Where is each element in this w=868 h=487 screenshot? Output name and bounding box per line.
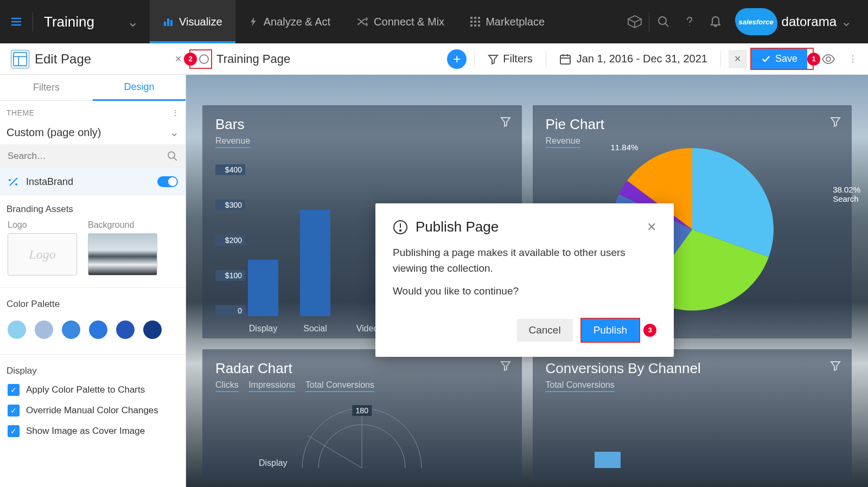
widget-measure: Revenue (546, 136, 580, 148)
date-range-text: Jan 1, 2016 - Dec 31, 2021 (577, 53, 707, 65)
svg-point-15 (659, 17, 666, 24)
calendar-icon (559, 53, 571, 65)
divider (720, 51, 721, 67)
more-icon[interactable]: ⋮ (171, 108, 180, 117)
cancel-button[interactable]: Cancel (517, 319, 573, 342)
funnel-icon (488, 54, 499, 65)
tab-design[interactable]: Design (93, 75, 186, 101)
close-icon[interactable]: ✕ (647, 220, 656, 234)
divider (0, 287, 186, 288)
modal-title: Publish Page (416, 219, 499, 235)
tab-label: Marketplace (486, 16, 545, 28)
search-icon[interactable] (652, 10, 675, 34)
widget-title: Conversions By Channel (546, 360, 839, 377)
background-thumbnail[interactable] (88, 233, 157, 275)
bar-social (300, 210, 330, 316)
theme-search[interactable] (0, 144, 186, 168)
workspace-name: Training (44, 14, 94, 30)
widget-filter-icon[interactable] (830, 116, 841, 127)
widget-filter-icon[interactable] (830, 360, 841, 371)
branding-assets: Logo Logo Background (0, 218, 186, 285)
svg-point-33 (400, 229, 401, 230)
tab-label: Visualize (179, 16, 222, 28)
more-icon[interactable]: ⋮ (843, 54, 863, 64)
page-status-indicator[interactable]: 2 (189, 49, 212, 69)
filters-button[interactable]: Filters (482, 53, 538, 65)
conversions-chart (546, 403, 839, 468)
check-override-colors[interactable]: ✓ Override Manual Color Changes (0, 400, 186, 421)
color-swatch[interactable] (35, 321, 53, 339)
filters-label: Filters (503, 53, 532, 65)
bell-icon[interactable] (704, 10, 727, 34)
shuffle-icon (356, 17, 368, 27)
grid-icon (470, 17, 480, 27)
tab-connect[interactable]: Connect & Mix (343, 0, 457, 43)
color-swatch[interactable] (143, 321, 162, 339)
widget-title: Radar Chart (215, 360, 509, 377)
preview-button[interactable] (817, 54, 840, 65)
modal-header: Publish Page ✕ (393, 219, 656, 235)
tab-label: Connect & Mix (374, 16, 444, 28)
modal-actions: Cancel Publish 3 (393, 318, 656, 343)
workspace-selector[interactable]: Training ⌄ (33, 14, 150, 30)
check-label: Override Manual Color Changes (26, 405, 158, 416)
check-apply-palette[interactable]: ✓ Apply Color Palette to Charts (0, 380, 186, 400)
svg-line-26 (174, 158, 177, 161)
tab-analyze[interactable]: Analyze & Act (235, 0, 343, 43)
y-tick: $300 (215, 200, 245, 210)
svg-rect-10 (474, 21, 476, 23)
widget-filter-icon[interactable] (500, 360, 511, 371)
radar-axis-label: Display (259, 458, 287, 468)
sparkle-icon (8, 176, 20, 188)
date-range[interactable]: Jan 1, 2016 - Dec 31, 2021 (554, 53, 713, 65)
theme-header: THEME ⋮ (0, 101, 186, 120)
divider (474, 51, 475, 67)
tab-marketplace[interactable]: Marketplace (457, 0, 558, 43)
brand-name: datorama (782, 14, 837, 29)
add-button[interactable]: + (447, 49, 467, 69)
help-icon[interactable] (678, 10, 701, 34)
instabrand-toggle[interactable] (157, 176, 178, 187)
color-swatch[interactable] (62, 321, 80, 339)
tab-label: Analyze & Act (264, 16, 330, 28)
modal-body: Publishing a page makes it available to … (393, 245, 656, 299)
widget-radar[interactable]: Radar Chart Clicks Impressions Total Con… (202, 349, 522, 479)
widget-filter-icon[interactable] (500, 116, 511, 127)
color-swatch[interactable] (116, 321, 135, 339)
bars-icon (163, 16, 174, 27)
theme-value: Custom (page only) (7, 126, 101, 139)
revert-button[interactable]: ✕ (729, 50, 747, 68)
svg-line-30 (308, 435, 362, 468)
check-label: Show Image as Cover Image (26, 426, 145, 437)
color-swatch[interactable] (89, 321, 107, 339)
lightning-icon (248, 17, 258, 27)
chevron-down-icon[interactable]: ⌄ (841, 14, 852, 29)
status-circle-icon (199, 54, 209, 64)
menu-icon[interactable] (0, 15, 33, 28)
sidebar-tabs: Filters Design (0, 75, 186, 101)
svg-rect-4 (167, 18, 169, 26)
cube-icon[interactable] (623, 10, 647, 34)
theme-selector[interactable]: Custom (page only) ⌄ (0, 120, 186, 144)
svg-rect-12 (470, 24, 473, 27)
instabrand-label: InstaBrand (26, 176, 73, 188)
widget-measure: Revenue (215, 136, 250, 148)
widget-conversions[interactable]: Conversions By Channel Total Conversions (533, 349, 852, 479)
publish-button[interactable]: Publish (580, 318, 640, 343)
save-label: Save (775, 53, 797, 65)
top-nav: Training ⌄ Visualize Analyze & Act Conne… (0, 0, 868, 43)
pie-label: 38.02% Search (833, 185, 860, 203)
tab-visualize[interactable]: Visualize (150, 0, 235, 43)
display-header: Display (0, 357, 186, 380)
logo-placeholder[interactable]: Logo (8, 233, 77, 275)
save-button[interactable]: Save (751, 49, 807, 69)
sidebar: Filters Design THEME ⋮ Custom (page only… (0, 75, 186, 487)
checkbox-icon: ✓ (8, 405, 20, 416)
svg-rect-3 (164, 22, 166, 26)
check-show-cover[interactable]: ✓ Show Image as Cover Image (0, 421, 186, 441)
search-input[interactable] (8, 151, 167, 162)
color-swatch[interactable] (8, 321, 26, 339)
svg-line-16 (665, 23, 668, 27)
y-tick: $100 (215, 270, 245, 281)
tab-filters[interactable]: Filters (0, 75, 93, 101)
